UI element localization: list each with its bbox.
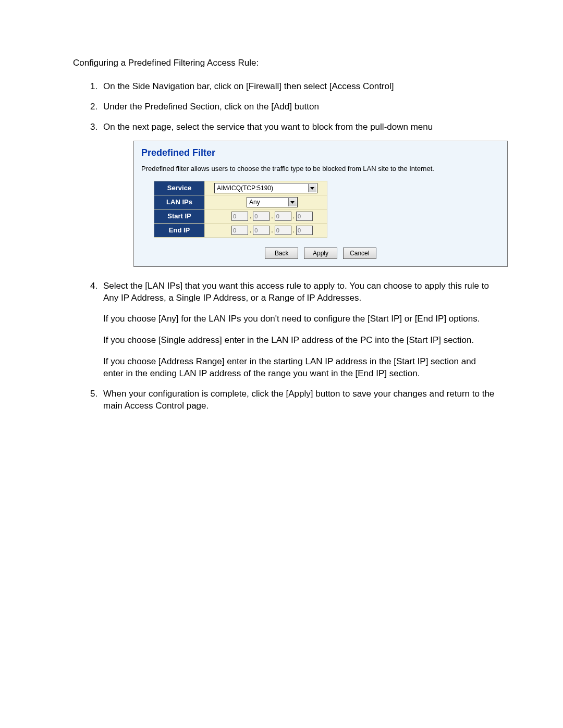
label-lanips: LAN IPs bbox=[154, 195, 205, 209]
step-4-text-c: If you choose [Single address] enter in … bbox=[103, 335, 495, 347]
startip-inputs: 0. 0. 0. 0 bbox=[231, 212, 313, 221]
panel-description: Predefined filter allows users to choose… bbox=[134, 162, 507, 181]
lanips-select[interactable]: Any bbox=[247, 197, 298, 207]
step-1: On the Side Navigation bar, click on [Fi… bbox=[100, 81, 495, 93]
ip-dot: . bbox=[249, 212, 252, 220]
startip-octet-1[interactable]: 0 bbox=[231, 212, 248, 221]
ip-dot: . bbox=[271, 226, 273, 235]
label-endip: End IP bbox=[154, 223, 205, 237]
predefined-filter-panel: Predefined Filter Predefined filter allo… bbox=[133, 141, 508, 267]
step-4: Select the [LAN IPs] that you want this … bbox=[100, 280, 495, 380]
endip-octet-2[interactable]: 0 bbox=[253, 226, 270, 235]
step-4-text-a: Select the [LAN IPs] that you want this … bbox=[103, 281, 489, 303]
ip-dot: . bbox=[292, 212, 295, 220]
step-4-text-b: If you choose [Any] for the LAN IPs you … bbox=[103, 313, 495, 325]
document-page: Configuring a Predefined Filtering Acces… bbox=[0, 0, 563, 412]
step-3-text: On the next page, select the service tha… bbox=[103, 122, 433, 132]
panel-title: Predefined Filter bbox=[134, 141, 507, 162]
endip-inputs: 0. 0. 0. 0 bbox=[231, 226, 313, 235]
intro-text: Configuring a Predefined Filtering Acces… bbox=[73, 57, 495, 69]
screenshot-panel-wrapper: Predefined Filter Predefined filter allo… bbox=[133, 141, 495, 267]
endip-octet-4[interactable]: 0 bbox=[296, 226, 313, 235]
label-service: Service bbox=[154, 181, 205, 195]
step-2: Under the Predefined Section, click on t… bbox=[100, 101, 495, 113]
ip-dot: . bbox=[292, 226, 295, 235]
endip-octet-3[interactable]: 0 bbox=[275, 226, 291, 235]
steps-list: On the Side Navigation bar, click on [Fi… bbox=[73, 81, 495, 412]
endip-octet-1[interactable]: 0 bbox=[231, 226, 248, 235]
back-button[interactable]: Back bbox=[265, 248, 298, 259]
button-row: Back Apply Cancel bbox=[134, 247, 507, 259]
label-startip: Start IP bbox=[154, 209, 205, 223]
step-4-text-d: If you choose [Address Range] enter in t… bbox=[103, 356, 495, 380]
filter-form-table: Service AIM/ICQ(TCP:5190) LAN IPs Any bbox=[154, 181, 327, 238]
service-select[interactable]: AIM/ICQ(TCP:5190) bbox=[214, 183, 317, 193]
startip-octet-4[interactable]: 0 bbox=[296, 212, 313, 221]
apply-button[interactable]: Apply bbox=[304, 248, 337, 259]
startip-octet-2[interactable]: 0 bbox=[253, 212, 270, 221]
cancel-button[interactable]: Cancel bbox=[343, 248, 376, 259]
step-5: When your configuration is complete, cli… bbox=[100, 388, 495, 412]
ip-dot: . bbox=[271, 212, 273, 220]
ip-dot: . bbox=[249, 226, 252, 235]
startip-octet-3[interactable]: 0 bbox=[275, 212, 291, 221]
step-3: On the next page, select the service tha… bbox=[100, 121, 495, 267]
